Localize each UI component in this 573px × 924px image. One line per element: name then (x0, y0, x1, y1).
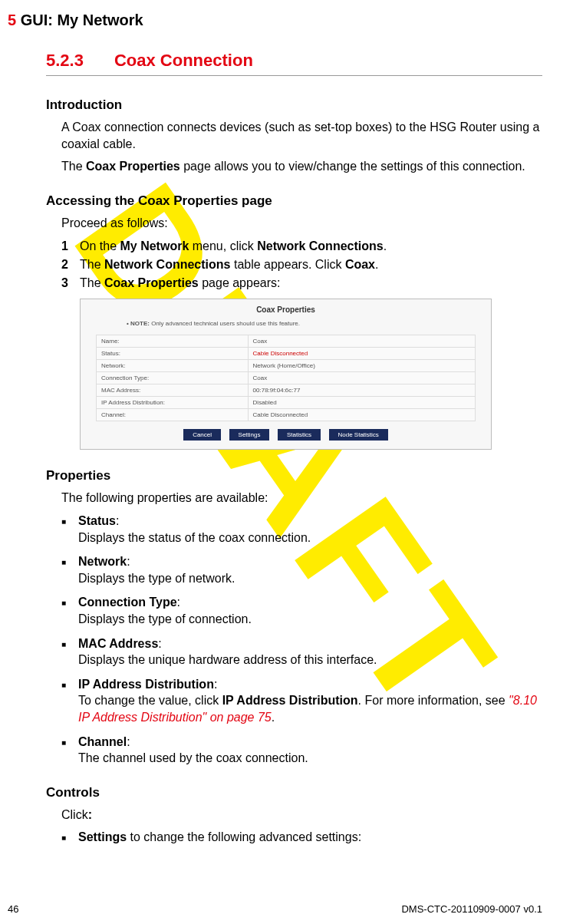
page-header: 5 GUI: My Network (8, 12, 542, 29)
coax-properties-screenshot: Coax Properties • NOTE: Only advanced te… (80, 299, 542, 450)
accessing-block: Accessing the Coax Properties page Proce… (46, 193, 542, 450)
cancel-button: Cancel (183, 429, 221, 441)
bullet-icon: ■ (61, 553, 78, 586)
bullet-icon: ■ (61, 676, 78, 726)
intro-block: Introduction A Coax connection connects … (46, 97, 542, 175)
table-row: Channel:Cable Disconnected (97, 409, 476, 421)
bullet-icon: ■ (61, 513, 78, 546)
section-number: 5.2.3 (46, 51, 84, 70)
sc-note: • NOTE: Only advanced technical users sh… (127, 320, 468, 327)
controls-lead: Click: (61, 807, 542, 823)
settings-button: Settings (229, 429, 270, 441)
section-heading: 5.2.3Coax Connection (46, 51, 542, 76)
section-title: Coax Connection (114, 51, 253, 70)
properties-heading: Properties (46, 468, 542, 483)
table-row: Connection Type:Coax (97, 372, 476, 384)
bullet-icon: ■ (61, 734, 78, 767)
step-2: 2 The Network Connections table appears.… (61, 256, 542, 274)
accessing-lead: Proceed as follows: (61, 215, 542, 232)
intro-heading: Introduction (46, 97, 542, 113)
table-row: MAC Address:00:78:9f:04:6c:77 (97, 384, 476, 397)
bullet-icon: ■ (61, 594, 78, 627)
list-item: ■ MAC Address:Displays the unique hardwa… (61, 635, 542, 668)
chapter-number: 5 (8, 12, 16, 28)
page-number: 46 (8, 903, 18, 915)
page-footer: 46 DMS-CTC-20110909-0007 v0.1 (0, 903, 573, 915)
controls-list: ■ Settings to change the following advan… (61, 829, 542, 846)
table-row: Network:Network (Home/Office) (97, 360, 476, 372)
step-1: 1 On the My Network menu, click Network … (61, 237, 542, 256)
bullet-icon: ■ (61, 829, 78, 846)
properties-lead: The following properties are available: (61, 490, 542, 507)
sc-table: Name:Coax Status:Cable Disconnected Netw… (96, 335, 476, 421)
intro-p2: The Coax Properties page allows you to v… (61, 158, 542, 175)
controls-heading: Controls (46, 785, 542, 800)
intro-p1: A Coax connection connects devices (such… (61, 119, 542, 152)
table-row: Status:Cable Disconnected (97, 348, 476, 360)
list-item: ■ Status:Displays the status of the coax… (61, 513, 542, 546)
list-item: ■ IP Address Distribution:To change the … (61, 676, 542, 726)
properties-block: Properties The following properties are … (46, 468, 542, 766)
controls-block: Controls Click: ■ Settings to change the… (46, 785, 542, 846)
list-item: ■ Channel:The channel used by the coax c… (61, 734, 542, 767)
statistics-button: Statistics (278, 429, 321, 441)
node-statistics-button: Node Statistics (329, 429, 388, 441)
accessing-heading: Accessing the Coax Properties page (46, 193, 542, 209)
page-content: 5 GUI: My Network 5.2.3Coax Connection I… (0, 0, 573, 846)
bullet-icon: ■ (61, 635, 78, 668)
accessing-steps: 1 On the My Network menu, click Network … (61, 237, 542, 292)
chapter-title: GUI: My Network (16, 12, 143, 28)
properties-list: ■ Status:Displays the status of the coax… (61, 513, 542, 767)
table-row: Name:Coax (97, 335, 476, 348)
doc-id: DMS-CTC-20110909-0007 v0.1 (401, 903, 542, 915)
list-item: ■ Settings to change the following advan… (61, 829, 542, 846)
list-item: ■ Connection Type:Displays the type of c… (61, 594, 542, 627)
sc-buttons: Cancel Settings Statistics Node Statisti… (81, 429, 491, 441)
list-item: ■ Network:Displays the type of network. (61, 553, 542, 586)
step-3: 3 The Coax Properties page appears: (61, 274, 542, 292)
table-row: IP Address Distribution:Disabled (97, 397, 476, 409)
sc-title: Coax Properties (81, 299, 491, 317)
